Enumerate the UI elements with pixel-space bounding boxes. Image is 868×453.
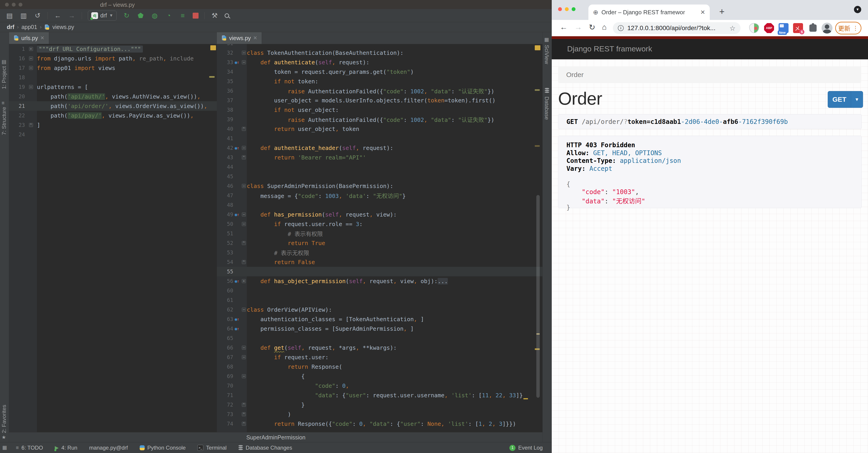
code-line[interactable]: 23^] bbox=[9, 120, 217, 130]
code-line[interactable]: 43^ return 'Bearer realm="API"' bbox=[217, 153, 542, 162]
fold-marker[interactable]: − bbox=[241, 60, 247, 64]
fold-marker[interactable]: − bbox=[241, 184, 247, 188]
override-method-icon[interactable]: ◉↑ bbox=[235, 146, 240, 150]
override-method-icon[interactable]: ◉↑ bbox=[235, 327, 240, 331]
tool-button-database[interactable]: Database bbox=[544, 96, 550, 120]
code-line[interactable]: 60 bbox=[217, 286, 542, 295]
fold-marker[interactable]: − bbox=[241, 345, 247, 350]
fold-marker[interactable]: ^ bbox=[241, 260, 247, 264]
code-line[interactable]: 72^ } bbox=[217, 400, 542, 410]
url-text[interactable]: 127.0.0.1:8000/api/order/?tok... bbox=[627, 25, 726, 32]
fold-marker[interactable]: − bbox=[241, 308, 247, 312]
tab-views-py[interactable]: views.py ✕ bbox=[217, 32, 262, 44]
minimize-window-icon[interactable] bbox=[565, 7, 569, 11]
fold-marker[interactable]: ^ bbox=[25, 123, 37, 127]
inspection-status-square[interactable] bbox=[210, 45, 216, 50]
tool-button-sciview[interactable]: SciView bbox=[544, 45, 550, 64]
adguard-extension-icon[interactable] bbox=[749, 23, 759, 33]
tool-button-project[interactable]: 1: Project bbox=[1, 66, 7, 89]
code-line[interactable]: 46−class SuperAdminPermission(BasePermis… bbox=[217, 181, 542, 191]
fold-marker[interactable]: − bbox=[25, 56, 37, 60]
get-split-button[interactable]: GET ▼ bbox=[828, 91, 863, 108]
fold-marker[interactable]: − bbox=[241, 51, 247, 55]
get-button[interactable]: GET bbox=[828, 91, 851, 108]
warning-stripe-mark[interactable] bbox=[209, 76, 215, 78]
wrench-icon[interactable]: ⚒ bbox=[211, 11, 219, 20]
site-info-icon[interactable]: i bbox=[618, 25, 624, 31]
fold-marker[interactable]: + bbox=[25, 47, 37, 51]
coupon-extension-icon[interactable]: $ bbox=[793, 23, 803, 33]
code-line[interactable]: 71 "data": {"user": request.user.usernam… bbox=[217, 391, 542, 400]
fold-marker[interactable]: − bbox=[241, 212, 247, 216]
fold-marker[interactable]: − bbox=[241, 146, 247, 150]
code-line[interactable]: 21 path('api/order/', views.OrderView.as… bbox=[9, 101, 217, 111]
code-line[interactable]: 40^ return user_object, token bbox=[217, 124, 542, 133]
code-line[interactable]: 42◉↑− def authenticate_header(self, requ… bbox=[217, 143, 542, 153]
breadcrumb-item[interactable]: views.py bbox=[53, 24, 74, 30]
code-line[interactable]: 35 if not token: bbox=[217, 77, 542, 86]
back-icon[interactable]: ← bbox=[560, 23, 567, 31]
code-line[interactable]: 41 bbox=[217, 133, 542, 143]
code-line[interactable]: 51 # 表示有权限 bbox=[217, 229, 542, 238]
code-line[interactable]: 34 token = request.query_params.get("tok… bbox=[217, 67, 542, 77]
extension-with-new-badge-icon[interactable]: New bbox=[779, 23, 788, 33]
save-all-icon[interactable]: ▥ bbox=[20, 11, 28, 20]
code-line[interactable]: 55 bbox=[217, 267, 542, 276]
code-line[interactable]: 67− if request.user: bbox=[217, 353, 542, 362]
code-line[interactable]: 38 if not user_object: bbox=[217, 105, 542, 115]
chrome-update-menu-button[interactable]: 更新 ⋮ bbox=[835, 22, 862, 34]
inspection-status-square[interactable] bbox=[535, 45, 540, 50]
code-line[interactable]: 24 bbox=[9, 130, 217, 139]
fold-marker[interactable]: ^ bbox=[241, 127, 247, 131]
fold-marker[interactable]: − bbox=[25, 85, 37, 89]
close-icon[interactable]: ✕ bbox=[253, 35, 257, 41]
warning-stripe-mark[interactable] bbox=[535, 145, 540, 147]
code-line[interactable]: 17−from app01 import views bbox=[9, 63, 217, 73]
run-button[interactable]: ↻ bbox=[122, 11, 131, 20]
fold-marker[interactable]: ^ bbox=[241, 403, 247, 407]
close-tab-icon[interactable]: ✕ bbox=[700, 9, 705, 16]
fold-marker[interactable]: ^ bbox=[241, 155, 247, 159]
code-line[interactable]: 63◉↑ authentication_classes = [TokenAuth… bbox=[217, 314, 542, 324]
code-line[interactable]: 19−urlpatterns = [ bbox=[9, 82, 217, 92]
back-icon[interactable]: ← bbox=[54, 11, 62, 20]
fold-marker[interactable]: + bbox=[241, 279, 247, 283]
extensions-puzzle-icon[interactable] bbox=[808, 23, 818, 33]
code-line[interactable]: 47 message = {"code": 1003, 'data': "无权访… bbox=[217, 191, 542, 200]
code-line[interactable]: 54^ return False bbox=[217, 257, 542, 267]
address-bar[interactable]: i 127.0.0.1:8000/api/order/?tok... ☆ bbox=[613, 22, 741, 34]
bookmark-star-icon[interactable]: ☆ bbox=[730, 24, 736, 32]
code-line[interactable]: 45 bbox=[217, 172, 542, 181]
home-icon[interactable]: ⌂ bbox=[602, 23, 607, 31]
code-line[interactable]: 56◉↑+ def has_object_permission(self, re… bbox=[217, 276, 542, 286]
fold-marker[interactable]: − bbox=[241, 374, 247, 378]
code-line[interactable]: 39 raise AuthenticationFailed({"code": 1… bbox=[217, 115, 542, 124]
browser-tab[interactable]: ⊕ Order – Django REST framewor ✕ bbox=[588, 4, 710, 20]
statusbar-database-changes[interactable]: Database Changes bbox=[238, 445, 292, 451]
override-method-icon[interactable]: ◉↑ bbox=[235, 212, 240, 217]
tool-window-toggle-icon[interactable]: ▦ bbox=[2, 445, 8, 451]
code-line[interactable]: 20 path('api/auth/', views.AuthView.as_v… bbox=[9, 92, 217, 101]
stop-button[interactable] bbox=[193, 13, 198, 19]
window-controls[interactable] bbox=[558, 7, 576, 11]
profile-avatar[interactable] bbox=[822, 23, 833, 33]
tool-button-structure[interactable]: 7: Structure bbox=[1, 107, 7, 135]
statusbar-todo[interactable]: ≡6: TODO bbox=[16, 445, 43, 451]
fold-marker[interactable]: ^ bbox=[241, 422, 247, 426]
code-line[interactable]: 36 raise AuthenticationFailed({"code": 1… bbox=[217, 86, 542, 96]
editor-pane-views[interactable]: 3132−class TokenAuthentication(BaseAuthe… bbox=[217, 32, 542, 432]
code-line[interactable]: 64◉↑ permission_classes = [SuperAdminPer… bbox=[217, 324, 542, 333]
statusbar-run-config[interactable]: manage.py@drf bbox=[89, 445, 128, 451]
breadcrumb-item[interactable]: app01 bbox=[22, 24, 37, 30]
fold-marker[interactable]: ^ bbox=[241, 241, 247, 245]
fold-marker[interactable]: − bbox=[25, 66, 37, 70]
code-line[interactable]: 44 bbox=[217, 162, 542, 172]
code-line[interactable]: 73^ ) bbox=[217, 410, 542, 419]
new-tab-button[interactable]: + bbox=[719, 8, 724, 15]
code-line[interactable]: 68 return Response( bbox=[217, 362, 542, 371]
event-log[interactable]: 1 Event Log bbox=[509, 442, 543, 453]
code-line[interactable]: 52^ return True bbox=[217, 238, 542, 248]
structure-hint[interactable]: SuperAdminPermission bbox=[246, 432, 305, 442]
override-method-icon[interactable]: ◉↑ bbox=[235, 60, 240, 65]
override-method-icon[interactable]: ◉↑ bbox=[235, 279, 240, 283]
